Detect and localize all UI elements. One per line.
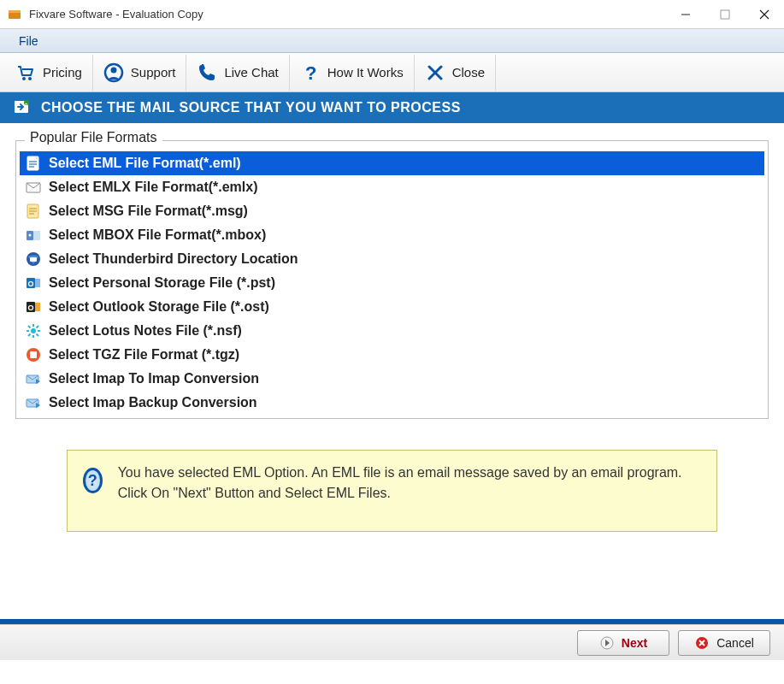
window-title: Fixvare Software - Evaluation Copy — [29, 8, 666, 21]
livechat-button[interactable]: Live Chat — [186, 55, 289, 91]
cart-icon — [15, 62, 36, 83]
svg-line-35 — [28, 326, 31, 328]
svg-rect-29 — [35, 303, 40, 311]
next-label: Next — [622, 636, 647, 650]
format-item-pst[interactable]: O Select Personal Storage File (*.pst) — [20, 271, 764, 295]
next-button[interactable]: Next — [577, 630, 669, 656]
mbox-icon — [25, 227, 42, 244]
svg-rect-26 — [35, 279, 40, 287]
svg-rect-3 — [721, 10, 729, 19]
support-label: Support — [131, 65, 176, 80]
support-button[interactable]: Support — [93, 55, 187, 91]
svg-point-30 — [31, 328, 36, 333]
format-item-eml[interactable]: Select EML File Format(*.eml) — [20, 151, 764, 175]
info-text: You have selected EML Option. An EML fil… — [118, 463, 701, 504]
howitworks-label: How It Works — [327, 65, 404, 80]
imap-conversion-icon — [25, 370, 42, 387]
info-question-icon: ? — [83, 468, 103, 493]
format-label: Select Outlook Storage File (*.ost) — [49, 299, 269, 315]
section-header: + CHOOSE THE MAIL SOURCE THAT YOU WANT T… — [0, 92, 784, 123]
close-label: Close — [452, 65, 485, 80]
format-item-nsf[interactable]: Select Lotus Notes File (*.nsf) — [20, 319, 764, 343]
content-area: Popular File Formats Select EML File For… — [0, 123, 784, 619]
format-item-emlx[interactable]: Select EMLX File Format(*.emlx) — [20, 175, 764, 199]
format-label: Select Thunderbird Directory Location — [49, 251, 298, 267]
next-arrow-icon — [599, 635, 615, 651]
format-item-ost[interactable]: O Select Outlook Storage File (*.ost) — [20, 295, 764, 319]
section-arrow-icon: + — [12, 98, 31, 117]
cancel-x-icon — [694, 635, 710, 651]
groupbox-title: Popular File Formats — [25, 130, 162, 145]
svg-point-21 — [29, 234, 32, 237]
section-header-text: CHOOSE THE MAIL SOURCE THAT YOU WANT TO … — [41, 100, 461, 115]
howitworks-button[interactable]: ? How It Works — [290, 55, 415, 91]
svg-text:+: + — [25, 101, 28, 106]
outlook-ost-icon: O — [25, 298, 42, 315]
format-item-thunderbird[interactable]: Select Thunderbird Directory Location — [20, 247, 764, 271]
format-label: Select Lotus Notes File (*.nsf) — [49, 323, 242, 339]
formats-list: Select EML File Format(*.eml) Select EML… — [20, 151, 764, 415]
format-label: Select Imap Backup Conversion — [49, 395, 257, 410]
format-item-imapbackup[interactable]: Select Imap Backup Conversion — [20, 391, 764, 415]
format-item-imap2imap[interactable]: Select Imap To Imap Conversion — [20, 367, 764, 391]
toolbar: Pricing Support Live Chat ? How It Works… — [0, 53, 784, 92]
svg-line-36 — [37, 334, 39, 337]
cancel-label: Cancel — [716, 636, 754, 650]
svg-line-37 — [37, 326, 39, 328]
svg-rect-1 — [9, 10, 21, 13]
menubar: File — [0, 29, 784, 53]
formats-groupbox: Popular File Formats Select EML File For… — [15, 140, 769, 419]
format-label: Select EMLX File Format(*.emlx) — [49, 180, 258, 195]
eml-file-icon — [25, 155, 42, 172]
maximize-button[interactable] — [705, 0, 745, 29]
format-label: Select TGZ File Format (*.tgz) — [49, 347, 239, 363]
livechat-label: Live Chat — [224, 65, 278, 80]
window-controls — [666, 0, 784, 29]
question-icon: ? — [300, 62, 321, 83]
format-label: Select MSG File Format(*.msg) — [49, 203, 248, 219]
svg-rect-40 — [30, 351, 37, 358]
button-bar: Next Cancel — [0, 624, 784, 660]
close-button[interactable]: Close — [415, 55, 496, 91]
info-box: ? You have selected EML Option. An EML f… — [67, 450, 717, 532]
format-label: Select MBOX File Format(*.mbox) — [49, 227, 266, 243]
svg-point-6 — [22, 77, 26, 80]
support-icon — [103, 62, 124, 83]
titlebar: Fixvare Software - Evaluation Copy — [0, 0, 784, 29]
format-item-tgz[interactable]: Select TGZ File Format (*.tgz) — [20, 343, 764, 367]
tgz-icon — [25, 346, 42, 363]
app-icon — [7, 7, 22, 22]
svg-rect-23 — [30, 257, 37, 262]
format-item-msg[interactable]: Select MSG File Format(*.msg) — [20, 199, 764, 223]
svg-line-38 — [28, 334, 31, 337]
format-label: Select Personal Storage File (*.pst) — [49, 275, 275, 291]
close-icon — [425, 62, 445, 83]
close-window-button[interactable] — [745, 0, 784, 29]
svg-rect-20 — [33, 231, 40, 240]
svg-text:O: O — [28, 304, 34, 312]
format-label: Select EML File Format(*.eml) — [49, 156, 241, 171]
cancel-button[interactable]: Cancel — [678, 630, 770, 656]
svg-text:?: ? — [305, 62, 316, 83]
minimize-button[interactable] — [666, 0, 705, 29]
phone-icon — [197, 62, 217, 83]
format-item-mbox[interactable]: Select MBOX File Format(*.mbox) — [20, 223, 764, 247]
svg-point-7 — [28, 77, 32, 80]
svg-point-9 — [110, 67, 116, 73]
format-label: Select Imap To Imap Conversion — [49, 371, 259, 386]
pricing-label: Pricing — [43, 65, 82, 80]
thunderbird-icon — [25, 251, 42, 268]
svg-text:O: O — [28, 280, 34, 288]
menu-file[interactable]: File — [12, 31, 45, 51]
pricing-button[interactable]: Pricing — [5, 55, 93, 91]
imap-backup-icon — [25, 394, 42, 411]
msg-file-icon — [25, 203, 42, 220]
envelope-icon — [25, 179, 42, 196]
outlook-pst-icon: O — [25, 274, 42, 292]
lotus-notes-icon — [25, 322, 42, 339]
